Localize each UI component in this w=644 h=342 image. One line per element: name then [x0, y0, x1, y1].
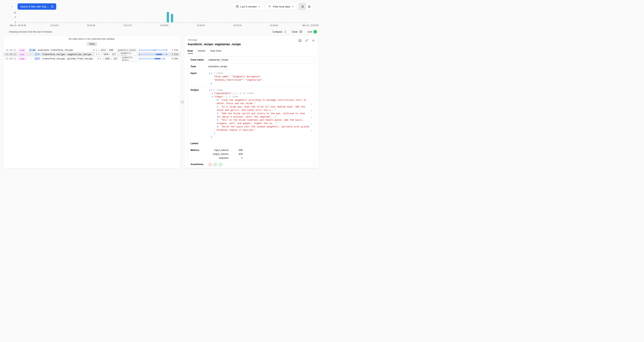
children-count: 16 — [32, 49, 35, 51]
records-histogram: 10 5 0 Mar 31. 13:15:3013:16:0713:16:451… — [18, 12, 310, 28]
token-metrics-badge: ⊘ Σ ↗ 1082 ↙ 325 — [96, 57, 119, 60]
case-name-value: vegetarian_recipe — [208, 58, 312, 62]
y-tick-0: 0 — [11, 21, 16, 24]
span-duration: 6.89s — [169, 57, 178, 60]
task-row: Task transform_recipe — [188, 63, 315, 70]
slash-shortcut-key: / — [9, 4, 15, 9]
empty-note: No older items in the selected time wind… — [4, 38, 180, 40]
output-tokens-count: 648 — [109, 49, 113, 52]
slash-circle-icon: ⊘ — [97, 57, 99, 60]
live-label: Live — [308, 30, 312, 33]
output-tokens-count: 323 — [112, 53, 116, 56]
sql-search-button[interactable]: Search & filter with SQL... — [18, 3, 56, 10]
sigma-icon: Σ — [96, 49, 97, 51]
output-label: Output — [190, 88, 208, 138]
splitter-grip-icon[interactable]: ⋮⋮ — [180, 100, 184, 104]
input-tokens-count: 2112 — [100, 49, 106, 52]
x-axis-labels: Mar 31. 13:15:3013:16:0713:16:4513:17:22… — [18, 24, 310, 28]
filter-local-data-label: Filter local data — [273, 5, 290, 8]
detail-header: message transform_recipe: vegetarian_rec… — [188, 38, 315, 46]
assertion-pass-icon[interactable]: ✓ — [219, 163, 222, 166]
sigma-icon: Σ — [100, 58, 101, 60]
trace-row-vegetarian[interactable]: 13:18:11 evals +7 transform_recipe: vege… — [4, 52, 180, 56]
clear-button[interactable]: Clear — [292, 30, 302, 33]
assertions-icons: × ✓ ✓ — [208, 163, 312, 166]
evals-tag-badge: evals — [17, 53, 27, 56]
metric-key: requests: — [208, 156, 229, 159]
input-json-viewer[interactable]: ▾{ 2 items"dish_name": "Spaghetti Bologn… — [208, 72, 312, 85]
clear-icon — [299, 30, 302, 33]
children-count-badge[interactable]: +7 — [34, 57, 40, 60]
detail-panel: message transform_recipe: vegetarian_rec… — [184, 36, 319, 168]
tab-details[interactable]: Details — [198, 49, 205, 54]
input-row: Input ▾{ 2 items"dish_name": "Spaghetti … — [188, 70, 315, 87]
search-icon — [51, 5, 54, 8]
assertion-pass-icon[interactable]: ✓ — [214, 163, 217, 166]
time-range-label: Last 5 minutes — [240, 5, 257, 8]
topbar: / Search & filter with SQL... Last 5 min… — [0, 0, 322, 12]
metric-key: output_tokens: — [208, 152, 229, 155]
arrow-down-left-icon: ↙ — [111, 58, 112, 60]
labels-row: Labels — [188, 140, 315, 147]
close-panel-button[interactable] — [312, 38, 315, 42]
clear-label: Clear — [292, 30, 298, 33]
histogram-plot[interactable]: 10 5 0 — [18, 12, 310, 22]
span-name: evaluate transform_recipe — [38, 48, 73, 52]
sql-search-label: Search & filter with SQL... — [20, 5, 49, 8]
panel-splitter[interactable]: ⋮⋮ — [180, 36, 184, 168]
case-name-row: Case name vegetarian_recipe — [188, 57, 315, 63]
assertion-fail-icon[interactable]: × — [208, 163, 212, 166]
collapse-children-icon[interactable]: − — [30, 49, 32, 51]
package-badge: pydantic-evals — [120, 56, 138, 62]
metrics-label: Metrics — [190, 149, 208, 159]
expand-children-icon[interactable]: + — [35, 58, 37, 60]
arrow-up-right-icon: ↗ — [98, 49, 100, 51]
collapse-label: Collapse — [272, 30, 282, 33]
evals-tag-badge: evals — [17, 48, 27, 52]
record-kind-label: message — [188, 38, 241, 41]
children-count-badge[interactable]: −16 — [28, 48, 36, 52]
trace-row-gluten-free[interactable]: 13:18:11 evals +7 transform_recipe: glut… — [4, 56, 180, 61]
token-metrics-badge: ⊘ Σ ↗ 1030 ↙ 323 — [94, 52, 118, 56]
row-timestamp: 13:18:11 — [6, 57, 16, 60]
dense-list-view-button[interactable] — [299, 3, 306, 10]
span-duration-bar — [139, 49, 167, 51]
comfy-list-icon — [308, 5, 311, 8]
time-range-button[interactable]: Last 5 minutes — [233, 3, 263, 10]
task-value: transform_recipe — [208, 65, 312, 68]
tab-raw-data[interactable]: Raw Data — [210, 49, 221, 54]
detail-title: transform_recipe: vegetarian_recipe — [188, 42, 241, 46]
showing-records-label: Showing records from the last 5 minutes — [9, 30, 52, 33]
live-button[interactable]: Live — [308, 30, 317, 33]
copy-link-button[interactable] — [305, 38, 308, 42]
slash-circle-icon: ⊘ — [93, 49, 95, 51]
trace-list-panel: No older items in the selected time wind… — [3, 36, 180, 168]
arrow-up-right-icon: ↗ — [101, 53, 102, 56]
token-metrics-badge: ⊘ Σ ↗ 2112 ↙ 648 — [92, 48, 115, 52]
row-timestamp: 13:18:11 — [6, 49, 16, 52]
y-tick-10: 10 — [11, 12, 16, 14]
trace-row-evaluate[interactable]: 13:18:11 evals −16 evaluate transform_re… — [4, 48, 180, 52]
chevron-down-icon — [258, 6, 260, 7]
slash-circle-icon: ⊘ — [96, 53, 98, 56]
case-name-label: Case name — [190, 58, 208, 62]
output-json-viewer[interactable]: ▾{ 2 items▸"ingredients": [...] 12 items… — [208, 88, 312, 138]
inbox-button[interactable] — [298, 38, 302, 42]
main-area: No older items in the selected time wind… — [3, 36, 319, 168]
filter-local-data-button[interactable]: Filter local data — [266, 3, 296, 10]
output-tokens-count: 325 — [114, 57, 118, 60]
collapse-button[interactable]: Collapse — [272, 30, 286, 33]
tree-connector — [28, 52, 32, 56]
children-count-badge[interactable]: +7 — [34, 53, 40, 56]
detail-header-icons — [298, 38, 315, 42]
assertions-row: Assertions × ✓ ✓ — [188, 161, 315, 168]
arrow-down-left-icon: ↙ — [110, 53, 111, 56]
children-count: 7 — [38, 53, 39, 56]
sigma-icon: Σ — [98, 53, 100, 56]
comfy-list-view-button[interactable] — [306, 3, 312, 10]
expand-children-icon[interactable]: + — [35, 53, 37, 55]
span-duration: 7.53s — [169, 49, 178, 52]
output-row: Output ▾{ 2 items▸"ingredients": [...] 1… — [188, 87, 315, 140]
span-name: transform_recipe: gluten_free_recipe — [42, 57, 92, 60]
tab-eval[interactable]: Eval — [188, 49, 193, 54]
